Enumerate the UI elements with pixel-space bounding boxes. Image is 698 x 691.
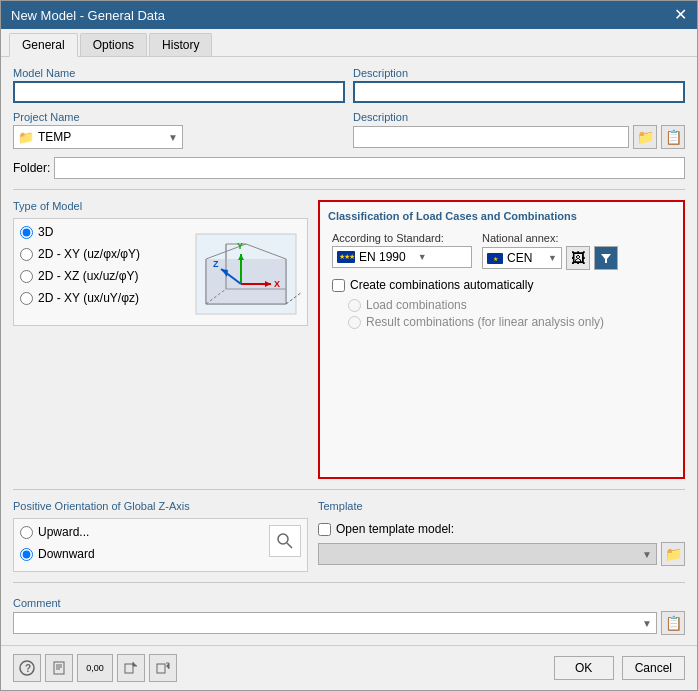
- radio-2d-xz[interactable]: [20, 270, 33, 283]
- standards-row: According to Standard: ★★★ EN 1990 ▼: [332, 232, 671, 270]
- divider2: [13, 489, 685, 490]
- filter-icon: [599, 251, 613, 265]
- annex-icon-btn2[interactable]: [594, 246, 618, 270]
- model-name-input[interactable]: [13, 81, 345, 103]
- decimal-button[interactable]: 0,00: [77, 654, 113, 682]
- template-section: Template Open template model: ▼ 📁: [318, 500, 685, 572]
- radio-upward[interactable]: [20, 526, 33, 539]
- comment-action-button[interactable]: 📋: [661, 611, 685, 635]
- annex-label: National annex:: [482, 232, 618, 244]
- footer: ? 0,00: [1, 645, 697, 690]
- classification-section: Classification of Load Cases and Combina…: [318, 200, 685, 479]
- project-name-select[interactable]: 📁 TEMP ▼: [13, 125, 183, 149]
- type-of-model-title: Type of Model: [13, 200, 308, 212]
- svg-text:?: ?: [25, 663, 31, 674]
- radio-2d-xz-row: 2D - XZ (ux/uz/φY): [20, 269, 183, 283]
- orientation-title: Positive Orientation of Global Z-Axis: [13, 500, 308, 512]
- annex-select-row: ★ CEN ▼ 🖼: [482, 246, 618, 270]
- import-icon: [124, 661, 138, 675]
- description-project-input[interactable]: [353, 126, 629, 148]
- project-name-row: Project Name 📁 TEMP ▼ Description 📁 📋: [13, 111, 685, 149]
- export-button[interactable]: [149, 654, 177, 682]
- help-button[interactable]: ?: [13, 654, 41, 682]
- dialog-title: New Model - General Data: [11, 8, 165, 23]
- folder-add-button[interactable]: 📋: [661, 125, 685, 149]
- divider3: [13, 582, 685, 583]
- annex-icon-btn1[interactable]: 🖼: [566, 246, 590, 270]
- svg-text:X: X: [274, 279, 280, 289]
- standard-select[interactable]: ★★★ EN 1990 ▼: [332, 246, 472, 268]
- export-icon: [156, 661, 170, 675]
- svg-marker-31: [133, 662, 137, 666]
- svg-marker-21: [601, 254, 611, 263]
- create-combinations-checkbox[interactable]: [332, 279, 345, 292]
- description-project-group: Description 📁 📋: [353, 111, 685, 149]
- radio-result-combinations[interactable]: [348, 316, 361, 329]
- cen-flag: ★: [487, 253, 503, 264]
- ok-button[interactable]: OK: [554, 656, 614, 680]
- dialog: New Model - General Data ✕ General Optio…: [0, 0, 698, 691]
- radio-upward-label: Upward...: [38, 525, 89, 539]
- radio-2d-xy-uz-row: 2D - XY (uz/φx/φY): [20, 247, 183, 261]
- folder-browse-button1[interactable]: 📁: [633, 125, 657, 149]
- classification-box: According to Standard: ★★★ EN 1990 ▼: [328, 228, 675, 336]
- svg-rect-34: [157, 664, 165, 673]
- description-top-group: Description: [353, 67, 685, 103]
- type-of-model-section: Type of Model 3D 2D - XY (uz/φx/φY): [13, 200, 308, 479]
- open-template-checkbox[interactable]: [318, 523, 331, 536]
- radio-2d-xy-uz[interactable]: [20, 248, 33, 261]
- footer-left: ? 0,00: [13, 654, 177, 682]
- folder-path-input[interactable]: C:\Users\mfise\Documents\DlubalProjects\…: [54, 157, 685, 179]
- standard-group: According to Standard: ★★★ EN 1990 ▼: [332, 232, 472, 270]
- model-name-row: Model Name Description: [13, 67, 685, 103]
- annex-dropdown-arrow: ▼: [548, 253, 557, 263]
- orientation-radios: Upward... Downward: [20, 525, 261, 565]
- project-dropdown-arrow: ▼: [168, 132, 178, 143]
- radio-3d[interactable]: [20, 226, 33, 239]
- model-type-radios: 3D 2D - XY (uz/φx/φY) 2D - XZ (ux/uz/φY): [20, 225, 183, 319]
- orientation-icon-button[interactable]: [269, 525, 301, 557]
- notes-icon: [52, 661, 66, 675]
- template-box: Open template model: ▼ 📁: [318, 518, 685, 570]
- result-combinations-row: Result combinations (for linear analysis…: [348, 315, 671, 329]
- annex-select[interactable]: ★ CEN ▼: [482, 247, 562, 269]
- folder-icon: 📁: [18, 130, 34, 145]
- bottom-sections: Positive Orientation of Global Z-Axis Up…: [13, 500, 685, 572]
- content-area: Model Name Description Project Name 📁 TE…: [1, 57, 697, 645]
- radio-3d-label: 3D: [38, 225, 53, 239]
- description-top-label: Description: [353, 67, 685, 79]
- type-of-model-box: 3D 2D - XY (uz/φx/φY) 2D - XZ (ux/uz/φY): [13, 218, 308, 326]
- tab-history[interactable]: History: [149, 33, 212, 56]
- tab-options[interactable]: Options: [80, 33, 147, 56]
- title-bar: New Model - General Data ✕: [1, 1, 697, 29]
- comment-label: Comment: [13, 597, 685, 609]
- template-input-row: ▼ 📁: [318, 542, 685, 566]
- orientation-box: Upward... Downward: [13, 518, 308, 572]
- notes-button[interactable]: [45, 654, 73, 682]
- radio-downward[interactable]: [20, 548, 33, 561]
- description-top-input[interactable]: [353, 81, 685, 103]
- comment-dropdown-arrow: ▼: [642, 618, 652, 629]
- close-button[interactable]: ✕: [674, 7, 687, 23]
- template-select[interactable]: ▼: [318, 543, 657, 565]
- divider1: [13, 189, 685, 190]
- radio-load-combinations[interactable]: [348, 299, 361, 312]
- model-name-label: Model Name: [13, 67, 345, 79]
- eu-flag: ★★★: [337, 251, 355, 263]
- template-browse-button[interactable]: 📁: [661, 542, 685, 566]
- help-icon: ?: [19, 660, 35, 676]
- svg-rect-30: [125, 664, 133, 673]
- comment-section: Comment ▼ 📋: [13, 597, 685, 635]
- import-button[interactable]: [117, 654, 145, 682]
- template-dropdown-arrow: ▼: [642, 549, 652, 560]
- tab-bar: General Options History: [1, 29, 697, 57]
- radio-2d-xy-ux-label: 2D - XY (ux/uY/φz): [38, 291, 139, 305]
- folder-label: Folder:: [13, 161, 50, 175]
- cancel-button[interactable]: Cancel: [622, 656, 685, 680]
- comment-select[interactable]: ▼: [13, 612, 657, 634]
- tab-general[interactable]: General: [9, 33, 78, 57]
- radio-3d-row: 3D: [20, 225, 183, 239]
- radio-2d-xy-ux[interactable]: [20, 292, 33, 305]
- template-check-row: Open template model:: [318, 522, 685, 536]
- open-template-label: Open template model:: [336, 522, 454, 536]
